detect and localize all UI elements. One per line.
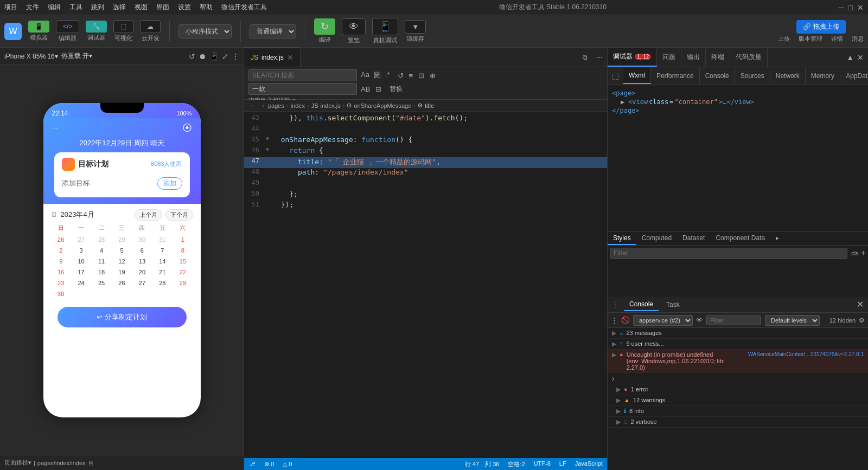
- tab-styles[interactable]: Styles: [608, 232, 636, 245]
- console-item-expand2[interactable]: ▶: [612, 340, 616, 347]
- replace-input[interactable]: [248, 83, 357, 95]
- message-action[interactable]: 消息: [852, 35, 864, 43]
- console-eye-icon[interactable]: 👁: [696, 316, 703, 324]
- menu-item-view[interactable]: 视图: [135, 3, 148, 12]
- console-clear-icon[interactable]: 🚫: [621, 316, 630, 324]
- console-group-warn-expand[interactable]: ▶: [616, 397, 621, 404]
- expand-icon[interactable]: ⤢: [222, 52, 228, 61]
- console-service-select[interactable]: appservice (#2): [633, 315, 693, 326]
- console-item-messages1[interactable]: ▶ ≡ 23 messages: [608, 328, 868, 339]
- hot-reload-label[interactable]: 热重载 开▾: [61, 51, 92, 61]
- phone-add-btn[interactable]: 添加: [157, 177, 182, 190]
- console-item-expand[interactable]: ▶: [612, 330, 616, 337]
- console-item-error[interactable]: ▶ ● Uncaught (in promise) undefined (env…: [608, 350, 868, 373]
- compile-action[interactable]: ↻ 编译: [314, 18, 335, 44]
- console-item-messages2[interactable]: ▶ ≡ 9 user mess...: [608, 339, 868, 350]
- collapse-all-icon[interactable]: ≡: [407, 71, 415, 80]
- mode-selector[interactable]: 小程序模式: [178, 24, 232, 38]
- menu-item-help[interactable]: 帮助: [200, 3, 213, 12]
- console-group-verbose-expand[interactable]: ▶: [616, 419, 621, 426]
- menu-item-goto[interactable]: 跳到: [91, 3, 104, 12]
- editor-back-btn[interactable]: ←: [248, 101, 256, 110]
- record-icon[interactable]: ⏺: [199, 52, 206, 61]
- wxml-line-page[interactable]: <page>: [612, 89, 864, 98]
- console-filter-input[interactable]: [706, 316, 761, 325]
- preview-action[interactable]: 👁 预览: [342, 18, 366, 44]
- tab-close-icon[interactable]: ✕: [287, 53, 293, 62]
- tab-output[interactable]: 输出: [681, 48, 706, 67]
- tab-computed[interactable]: Computed: [636, 232, 677, 245]
- refresh-icon[interactable]: ↺: [189, 52, 195, 61]
- compile-select[interactable]: 普通编译: [250, 24, 296, 38]
- phone-icon[interactable]: 📱: [209, 52, 219, 61]
- menu-item-file[interactable]: 文件: [26, 3, 39, 12]
- console-error-expand[interactable]: ▶: [612, 351, 616, 358]
- real-debug-action[interactable]: 📱 真机调试: [372, 18, 398, 44]
- new-search-icon[interactable]: ⊕: [428, 71, 437, 80]
- device-label[interactable]: iPhone X 85% 16▾: [4, 53, 58, 60]
- wxml-line-endpage[interactable]: </page>: [612, 106, 864, 115]
- close-button[interactable]: ✕: [857, 3, 864, 12]
- console-settings-icon[interactable]: ⚙: [859, 317, 865, 324]
- page-path-copy-icon[interactable]: ⎘: [89, 460, 93, 466]
- console-group-expand[interactable]: ▶: [616, 386, 621, 393]
- minimize-button[interactable]: ─: [839, 3, 844, 12]
- console-error-loc[interactable]: WAServiceMainContext…23174076&v=2.27.0:1: [748, 351, 864, 357]
- menu-item-settings[interactable]: 设置: [178, 3, 191, 12]
- replace-case-icon[interactable]: AB: [359, 85, 372, 94]
- clear-cache-action[interactable]: ▼ 清缓存: [405, 20, 426, 43]
- breadcrumb-onappmsg[interactable]: onShareAppMessage: [354, 102, 411, 109]
- menu-item-select[interactable]: 选择: [113, 3, 126, 12]
- visual-tool[interactable]: ⬚ 可视化: [113, 20, 133, 42]
- tab-dataset[interactable]: Dataset: [677, 232, 710, 245]
- compile-selector[interactable]: 普通编译: [250, 24, 296, 38]
- wxml-view-arrow[interactable]: ▶: [621, 98, 627, 106]
- tab-index-js[interactable]: JS index.js ✕: [244, 48, 301, 67]
- tab-network[interactable]: Network: [770, 67, 806, 84]
- tab-debugger[interactable]: 调试器 1, 12: [608, 48, 657, 67]
- console-close-icon[interactable]: ✕: [857, 299, 864, 310]
- console-group-warnings[interactable]: ▶ ▲ 12 warnings: [608, 395, 868, 406]
- editor-layout-icon[interactable]: ⧉: [578, 48, 592, 67]
- breadcrumb-index[interactable]: index: [291, 102, 305, 109]
- maximize-button[interactable]: □: [848, 3, 853, 12]
- next-month-btn[interactable]: 下个月: [165, 209, 193, 221]
- case-sensitive-icon[interactable]: Aa: [359, 70, 371, 81]
- style-cls-label[interactable]: .cls: [850, 250, 859, 256]
- menu-item-edit[interactable]: 编辑: [48, 3, 61, 12]
- regex-icon[interactable]: .*: [384, 70, 392, 81]
- style-add-rule-btn[interactable]: +: [861, 248, 866, 258]
- console-menu-icon[interactable]: ⋮: [611, 316, 618, 324]
- tab-quality[interactable]: 代码质量: [730, 48, 768, 67]
- style-filter-input[interactable]: [610, 248, 847, 259]
- wxml-line-view[interactable]: ▶ <view class = "container" >…</view>: [612, 98, 864, 106]
- whole-word-icon[interactable]: 圌: [372, 70, 382, 81]
- console-input[interactable]: [621, 374, 864, 382]
- console-group-verbose[interactable]: ▶ ≡ 2 verbose: [608, 417, 868, 428]
- console-level-select[interactable]: Default levels: [765, 315, 820, 326]
- clear-results-icon[interactable]: ⊡: [417, 71, 426, 80]
- tab-sources[interactable]: Sources: [735, 67, 770, 84]
- tab-memory[interactable]: Memory: [806, 67, 840, 84]
- devtools-expand-icon[interactable]: ▲: [846, 53, 854, 62]
- simulator-tool[interactable]: 📱 模拟器: [28, 21, 49, 42]
- editor-tool[interactable]: </> 编辑器: [56, 20, 79, 42]
- cursor-icon[interactable]: ⋮: [232, 52, 239, 61]
- tab-task[interactable]: Task: [661, 299, 685, 311]
- replace-icon-btn[interactable]: ⊟: [374, 85, 383, 94]
- menu-item-project[interactable]: 项目: [4, 3, 17, 12]
- console-group-info-expand[interactable]: ▶: [616, 408, 621, 415]
- tab-appdata[interactable]: AppData: [840, 67, 868, 84]
- prev-month-btn[interactable]: 上个月: [135, 209, 162, 221]
- search-input[interactable]: [248, 69, 357, 81]
- tab-wxml[interactable]: Wxml: [623, 67, 651, 84]
- breadcrumb-pages[interactable]: pages: [268, 102, 284, 109]
- upload-btn[interactable]: 🔗 拖拽上传: [796, 20, 846, 34]
- upload-action[interactable]: 上传: [778, 35, 790, 43]
- tab-console[interactable]: Console: [624, 298, 659, 311]
- tab-performance[interactable]: Performance: [651, 67, 700, 84]
- devtools-close-icon[interactable]: ✕: [857, 53, 864, 62]
- menu-item-tool[interactable]: 工具: [69, 3, 82, 12]
- breadcrumb-indexjs[interactable]: index.js: [320, 102, 340, 109]
- phone-share-btn[interactable]: ↩ 分享制定计划: [58, 307, 187, 327]
